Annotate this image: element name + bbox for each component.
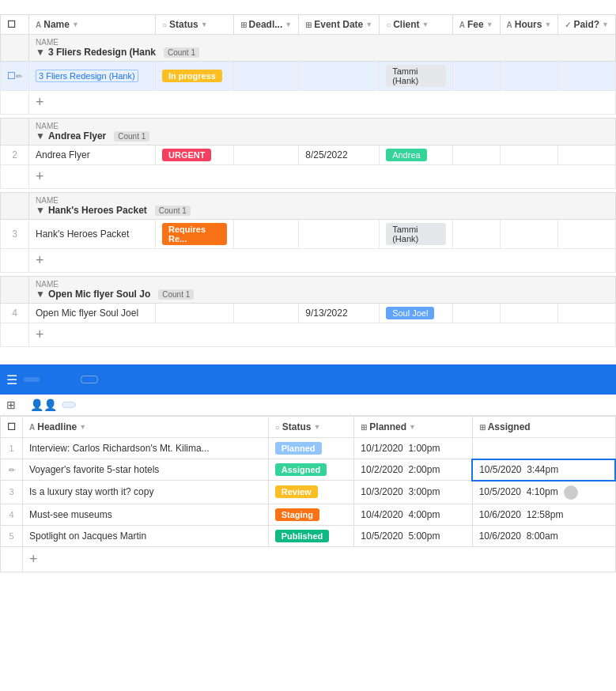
row-hours[interactable] [500, 62, 558, 91]
col-header-deadline[interactable]: ⊞ Deadl... ▼ [233, 15, 299, 35]
table-row[interactable]: 3 Hank's Heroes Packet Hank's Heroes Pac… [1, 220, 616, 249]
bt-row-status[interactable]: Assigned [268, 459, 354, 481]
add-row[interactable]: + [1, 249, 616, 273]
table-row[interactable]: ✏ Voyager's favorite 5-star hotels Assig… [1, 459, 616, 481]
bt-row-status[interactable]: Published [268, 525, 354, 546]
row-fee[interactable] [452, 145, 500, 165]
bt-row-assigned[interactable] [472, 438, 615, 459]
col-header-checkbox[interactable]: ☐ [1, 15, 29, 35]
bt-row-assigned[interactable]: 10/6/2020 12:58pm [472, 504, 615, 525]
bt-row-planned[interactable]: 10/3/2020 3:00pm [354, 481, 472, 504]
filter-button[interactable] [81, 402, 92, 407]
bt-add-btn[interactable]: + [23, 546, 616, 572]
group-button[interactable] [96, 402, 108, 407]
row-checkbox[interactable]: 3 [1, 220, 29, 249]
bt-row-num: 1 [1, 438, 23, 459]
col-header-event-date[interactable]: ⊞ Event Date ▼ [299, 15, 380, 35]
col-header-client[interactable]: ○ Client ▼ [380, 15, 453, 35]
group-triangle[interactable]: ▼ [36, 205, 45, 216]
top-table-header: ☐ A Name ▼ ○ Status ▼ [1, 15, 616, 35]
row-status[interactable]: URGENT [156, 145, 234, 165]
bt-col-check[interactable]: ☐ [1, 417, 23, 438]
row-paid[interactable] [558, 220, 616, 249]
group-expand-col[interactable] [1, 277, 29, 304]
bt-row-status[interactable]: Staging [268, 504, 354, 525]
bt-row-planned[interactable]: 10/2/2020 2:00pm [354, 459, 472, 481]
list-button[interactable] [144, 402, 155, 407]
row-fee[interactable] [452, 304, 500, 323]
table-row[interactable]: 4 Must-see museums Staging 10/4/2020 4:0… [1, 504, 616, 525]
table-row[interactable]: ☐✏ 3 Fliers Redesign (Hank) In progress … [1, 62, 616, 91]
col-hours-label: Hours [515, 19, 542, 30]
row-hours[interactable] [500, 220, 558, 249]
row-deadline[interactable] [233, 145, 299, 165]
table-row[interactable]: 1 Interview: Carlos Richardson's Mt. Kil… [1, 438, 616, 459]
row-deadline[interactable] [233, 304, 299, 323]
hidden-fields-button[interactable] [62, 402, 76, 408]
group-expand-col[interactable] [1, 119, 29, 145]
hamburger-icon[interactable]: ☰ [6, 372, 17, 387]
bt-row-assigned[interactable]: 10/5/2020 4:10pm [472, 481, 615, 504]
group-header: NAME ▼ Andrea Flyer Count 1 [1, 119, 616, 145]
group-triangle[interactable]: ▼ [36, 47, 45, 58]
row-status[interactable]: In progress [156, 62, 234, 91]
bt-col-planned[interactable]: ⊞ Planned ▼ [354, 417, 472, 438]
row-event-date [299, 220, 380, 249]
add-row-btn[interactable]: + [29, 91, 616, 115]
add-row-btn[interactable]: + [29, 165, 616, 189]
row-status[interactable] [156, 304, 234, 323]
row-checkbox[interactable]: ☐✏ [1, 62, 29, 91]
sort-button[interactable] [112, 402, 123, 407]
add-row[interactable]: + [1, 323, 616, 347]
bt-row-planned[interactable]: 10/4/2020 4:00pm [354, 504, 472, 525]
group-triangle[interactable]: ▼ [36, 130, 45, 142]
bt-col-assigned[interactable]: ⊞ Assigned [472, 417, 615, 438]
row-hours[interactable] [500, 304, 558, 323]
app-name-tab[interactable] [24, 377, 40, 382]
group-expand-col[interactable] [1, 193, 29, 220]
row-status[interactable]: Requires Re... [156, 220, 234, 249]
row-paid[interactable] [558, 145, 616, 165]
col-header-name[interactable]: A Name ▼ [29, 15, 156, 35]
col-header-paid[interactable]: ✓ Paid? ▼ [558, 15, 616, 35]
bt-row-planned[interactable]: 10/1/2020 1:00pm [354, 438, 472, 459]
table-row[interactable]: 3 Is a luxury stay worth it? copy Review… [1, 481, 616, 504]
table-row[interactable]: 2 Andrea Flyer Andrea Flyer URGENT 8/25/… [1, 145, 616, 165]
col-header-fee[interactable]: A Fee ▼ [452, 15, 500, 35]
bt-col-status[interactable]: ○ Status ▼ [268, 417, 354, 438]
table-row[interactable]: 4 Open Mic flyer Soul Joel Open Mic flye… [1, 304, 616, 323]
bt-row-status[interactable]: Review [268, 481, 354, 504]
sort-arrow-fee: ▼ [486, 21, 493, 28]
bt-row-planned[interactable]: 10/5/2020 5:00pm [354, 525, 472, 546]
bt-col-headline[interactable]: A Headline ▼ [23, 417, 269, 438]
row-checkbox[interactable]: 4 [1, 304, 29, 323]
row-deadline[interactable] [233, 62, 299, 91]
add-row-btn[interactable]: + [29, 323, 616, 347]
row-paid[interactable] [558, 62, 616, 91]
add-row[interactable]: + [1, 165, 616, 189]
nav-tab-freelancer[interactable] [62, 376, 77, 383]
bt-row-assigned[interactable]: 10/6/2020 8:00am [472, 525, 615, 546]
client-badge: Andrea [386, 149, 426, 161]
row-hours[interactable] [500, 145, 558, 165]
col-header-hours[interactable]: A Hours ▼ [500, 15, 558, 35]
row-checkbox[interactable]: 2 [1, 145, 29, 165]
bottom-title [0, 350, 616, 364]
table-row[interactable]: 5 Spotlight on Jacques Martin Published … [1, 525, 616, 546]
group-expand-col[interactable] [1, 35, 29, 62]
group-triangle[interactable]: ▼ [36, 289, 45, 300]
add-row-btn[interactable]: + [29, 249, 616, 273]
col-header-status[interactable]: ○ Status ▼ [156, 15, 234, 35]
group-people-icon[interactable]: 👤👤 [30, 398, 57, 411]
bt-row-status[interactable]: Planned [268, 438, 354, 459]
bt-add-row[interactable]: + [1, 546, 616, 572]
nav-tab-social[interactable] [43, 376, 59, 383]
color-button[interactable] [128, 402, 139, 407]
row-fee[interactable] [452, 62, 500, 91]
row-paid[interactable] [558, 304, 616, 323]
row-deadline[interactable] [233, 220, 299, 249]
row-fee[interactable] [452, 220, 500, 249]
add-row[interactable]: + [1, 91, 616, 115]
bt-row-assigned[interactable]: 10/5/2020 3:44pm [472, 459, 615, 481]
add-import-button[interactable] [81, 376, 98, 383]
